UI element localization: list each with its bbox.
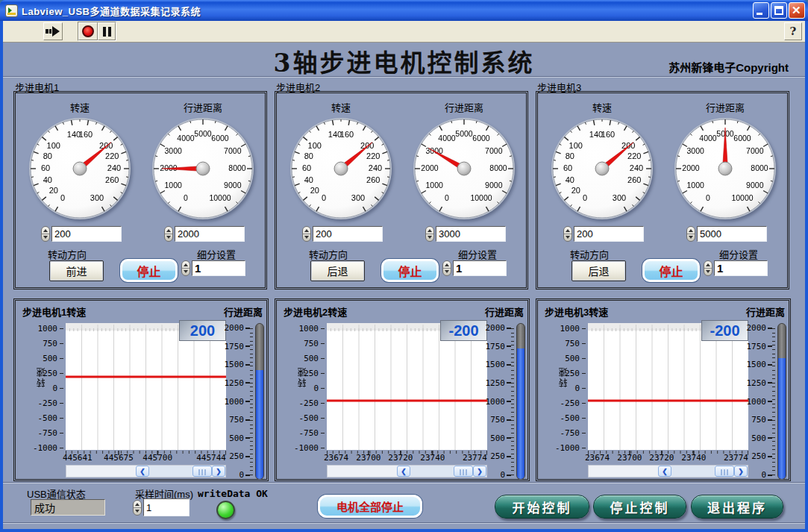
- slider-tick-label: 0: [239, 470, 250, 480]
- spin-down-icon[interactable]: [165, 234, 172, 241]
- spin-up-icon[interactable]: [704, 261, 712, 269]
- separator: [3, 76, 805, 78]
- svg-text:0: 0: [583, 193, 587, 202]
- svg-text:6000: 6000: [472, 134, 490, 143]
- pause-icon: [103, 27, 111, 37]
- toolbar: ?: [3, 21, 805, 43]
- direction-toggle-button[interactable]: 前进: [49, 260, 104, 281]
- subdivision-spinner[interactable]: [442, 260, 451, 276]
- spin-down-icon[interactable]: [134, 508, 141, 515]
- spin-up-icon[interactable]: [443, 261, 451, 269]
- close-button[interactable]: ✕: [789, 2, 805, 19]
- y-tick-label: 1000: [299, 324, 325, 334]
- y-tick-label: -250: [38, 398, 64, 408]
- motors-row: 步进电机1 转速 行进距离 02040608010014016020022024…: [3, 80, 805, 296]
- motor-stop-button[interactable]: 停止: [642, 259, 700, 282]
- scrollbar-thumb[interactable]: [715, 466, 734, 477]
- subdivision-input[interactable]: [453, 260, 507, 276]
- speed-input[interactable]: [51, 226, 122, 242]
- stop-all-motors-button[interactable]: 电机全部停止: [318, 495, 422, 518]
- slider-tick-label: 1750: [486, 342, 512, 351]
- scroll-left-button[interactable]: ❮: [658, 466, 671, 477]
- motor-stop-button[interactable]: 停止: [120, 259, 178, 282]
- distance-spinner[interactable]: [686, 226, 695, 242]
- distance-slider-scale: 200017501500125010007505002500: [211, 323, 254, 480]
- spin-down-icon[interactable]: [704, 269, 712, 275]
- svg-text:240: 240: [369, 163, 382, 172]
- spin-up-icon[interactable]: [42, 227, 49, 234]
- spin-up-icon[interactable]: [303, 227, 310, 234]
- x-tick-label: 445675: [104, 453, 134, 463]
- spin-up-icon[interactable]: [564, 227, 571, 234]
- spin-up-icon[interactable]: [687, 227, 695, 234]
- distance-gauge[interactable]: 0100020003000400050006000700080009000100…: [408, 113, 520, 225]
- svg-text:0: 0: [706, 193, 710, 202]
- motor-panel: 步进电机3 转速 行进距离 02040608010014016020022024…: [536, 80, 791, 292]
- subdivision-input[interactable]: [714, 260, 768, 276]
- spin-down-icon[interactable]: [687, 234, 695, 241]
- svg-text:260: 260: [366, 175, 380, 184]
- scroll-left-button[interactable]: ❮: [136, 466, 149, 477]
- spin-up-icon[interactable]: [426, 227, 433, 234]
- distance-input[interactable]: [697, 226, 767, 242]
- minimize-button[interactable]: [753, 2, 769, 19]
- spin-up-icon[interactable]: [134, 501, 141, 508]
- distance-spinner[interactable]: [425, 226, 434, 242]
- direction-toggle-button[interactable]: 后退: [571, 260, 626, 281]
- distance-input[interactable]: [175, 226, 245, 242]
- distance-gauge[interactable]: 0100020003000400050006000700080009000100…: [147, 113, 259, 225]
- distance-gauge[interactable]: 0100020003000400050006000700080009000100…: [669, 113, 781, 225]
- direction-toggle-button[interactable]: 后退: [310, 260, 365, 281]
- exit-program-button[interactable]: 退出程序: [691, 495, 783, 519]
- spin-down-icon[interactable]: [564, 234, 571, 241]
- spin-down-icon[interactable]: [182, 269, 190, 275]
- speed-input[interactable]: [574, 226, 644, 242]
- pause-button[interactable]: [98, 22, 116, 40]
- app-window: Labview_USB多通道数据采集记录系统 ✕ ? 3轴步进电机控制系统 苏州…: [0, 0, 808, 532]
- speed-gauge[interactable]: 020406080100140160200220240260300: [24, 113, 136, 225]
- speed-gauge[interactable]: 020406080100140160200220240260300: [546, 113, 658, 225]
- start-control-button[interactable]: 开始控制: [495, 495, 589, 519]
- x-tick-label: 23740: [681, 453, 706, 463]
- distance-spinner[interactable]: [164, 226, 173, 242]
- svg-text:8000: 8000: [751, 163, 768, 172]
- sample-time-input[interactable]: [143, 498, 190, 516]
- speed-spinner[interactable]: [563, 226, 572, 242]
- sample-time-spinner[interactable]: [133, 500, 142, 516]
- speed-spinner[interactable]: [302, 226, 311, 242]
- y-tick-label: 1000: [38, 324, 64, 334]
- scrollbar-track[interactable]: [410, 466, 454, 477]
- subdivision-spinner[interactable]: [704, 260, 713, 276]
- maximize-button[interactable]: [771, 2, 787, 19]
- spin-down-icon[interactable]: [426, 234, 433, 241]
- help-button[interactable]: ?: [784, 22, 802, 40]
- spin-down-icon[interactable]: [42, 234, 49, 241]
- spin-up-icon[interactable]: [182, 261, 190, 269]
- spin-down-icon[interactable]: [303, 234, 310, 241]
- stop-control-button[interactable]: 停止控制: [593, 495, 686, 519]
- spin-down-icon[interactable]: [443, 269, 451, 275]
- scrollbar-track[interactable]: [671, 466, 715, 477]
- svg-text:160: 160: [79, 130, 93, 139]
- speed-gauge[interactable]: 020406080100140160200220240260300: [285, 113, 397, 225]
- y-tick-label: 750: [43, 339, 63, 348]
- subdivision-label: 细分设置: [197, 247, 236, 261]
- distance-slider: [777, 323, 786, 480]
- scroll-left-button[interactable]: ❮: [397, 466, 410, 477]
- svg-text:220: 220: [105, 151, 119, 160]
- motor-stop-button[interactable]: 停止: [381, 259, 439, 282]
- speed-spinner[interactable]: [41, 226, 50, 242]
- subdivision-spinner[interactable]: [181, 260, 190, 276]
- distance-input[interactable]: [436, 226, 506, 242]
- scrollbar-thumb[interactable]: [454, 466, 473, 477]
- chart-title: 步进电机1转速: [22, 304, 86, 319]
- scrollbar-thumb[interactable]: [192, 466, 212, 477]
- spin-up-icon[interactable]: [165, 227, 172, 234]
- scrollbar-track[interactable]: [149, 466, 192, 477]
- abort-button[interactable]: [78, 22, 98, 40]
- x-tick-label: 23740: [420, 453, 445, 463]
- speed-input[interactable]: [313, 226, 383, 242]
- distance-slider-minor-ticks: [772, 328, 775, 476]
- run-button[interactable]: [43, 22, 63, 40]
- subdivision-input[interactable]: [192, 260, 245, 276]
